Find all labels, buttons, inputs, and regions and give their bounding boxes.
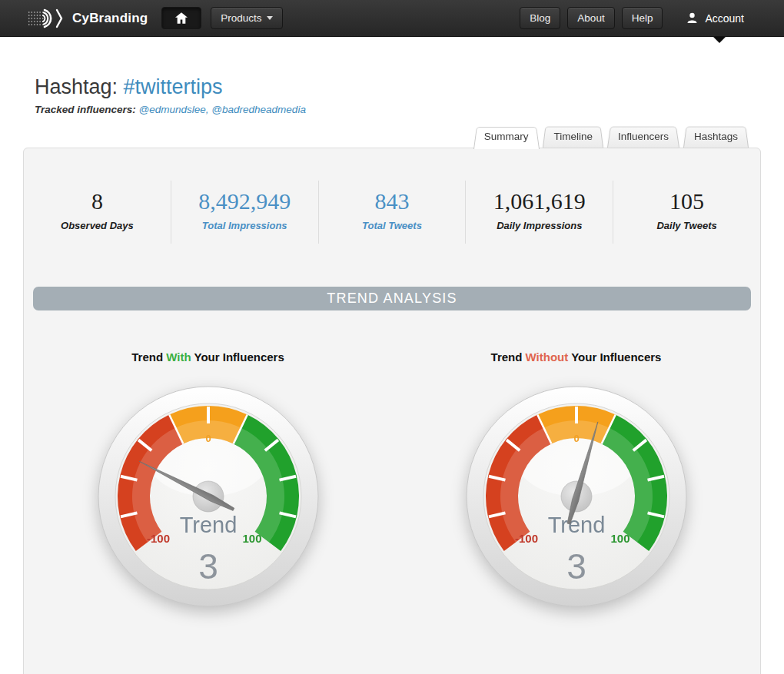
user-icon	[686, 12, 699, 25]
influencer-link[interactable]: @badredheadmedia	[211, 104, 306, 115]
tab-timeline[interactable]: Timeline	[543, 125, 603, 148]
products-label: Products	[221, 12, 261, 24]
gauge-label: Trend	[547, 513, 605, 537]
page-title: Hashtag: #twittertips	[35, 75, 784, 99]
brand-logo[interactable]: CyBranding	[26, 8, 148, 29]
gauge-title: Trend Without Your Influencers	[491, 350, 662, 364]
account-menu[interactable]: Account	[686, 12, 744, 25]
products-menu-button[interactable]: Products	[211, 7, 282, 29]
gauge-zero-label: 0	[573, 433, 579, 444]
blog-button[interactable]: Blog	[520, 7, 560, 29]
cybranding-logo-icon	[26, 8, 66, 29]
stats-row: 8 Observed Days 8,492,949 Total Impressi…	[24, 181, 760, 244]
gauge-without-influencers: Trend Without Your Influencers	[392, 350, 760, 608]
top-navbar: CyBranding Products Blog About Help Acco…	[0, 0, 784, 37]
gauge-value: 3	[566, 546, 586, 586]
stat-total-impressions: 8,492,949 Total Impressions	[171, 181, 318, 244]
gauge-min-label: -100	[514, 532, 537, 545]
tab-bar: Summary Timeline Influencers Hashtags	[0, 125, 784, 148]
trend-gauge: 0 Trend -100 100 3	[97, 385, 320, 608]
account-label: Account	[705, 12, 744, 25]
account-dropdown-caret-icon	[713, 37, 726, 43]
tab-hashtags[interactable]: Hashtags	[683, 125, 749, 148]
gauge-title: Trend With Your Influencers	[131, 350, 284, 364]
influencer-link[interactable]: @edmundslee	[139, 104, 206, 115]
tracked-influencers: Tracked influencers: @edmundslee, @badre…	[35, 104, 784, 115]
gauges-row: Trend With Your Influencers	[24, 350, 760, 608]
gauge-max-label: 100	[242, 532, 261, 545]
page-header: Hashtag: #twittertips Tracked influencer…	[35, 75, 784, 115]
stat-observed-days: 8 Observed Days	[24, 181, 171, 244]
about-button[interactable]: About	[567, 7, 614, 29]
tab-summary[interactable]: Summary	[473, 125, 540, 148]
home-icon	[175, 12, 188, 24]
tab-influencers[interactable]: Influencers	[607, 125, 679, 148]
summary-panel: 8 Observed Days 8,492,949 Total Impressi…	[23, 148, 761, 674]
stat-total-tweets: 843 Total Tweets	[318, 181, 466, 244]
help-button[interactable]: Help	[622, 7, 663, 29]
trend-gauge: 0 Trend -100 100 3	[465, 385, 688, 608]
hashtag-link[interactable]: #twittertips	[124, 75, 223, 98]
brand-name: CyBranding	[72, 11, 148, 26]
trend-analysis-header: TREND ANALYSIS	[33, 287, 751, 310]
chevron-down-icon	[267, 16, 273, 20]
stat-daily-impressions: 1,061,619 Daily Impressions	[465, 181, 613, 244]
gauge-min-label: -100	[146, 532, 169, 545]
gauge-zero-label: 0	[205, 433, 211, 444]
gauge-max-label: 100	[610, 532, 630, 545]
home-button[interactable]	[161, 7, 201, 29]
gauge-value: 3	[198, 546, 218, 586]
gauge-label: Trend	[179, 513, 237, 537]
gauge-with-influencers: Trend With Your Influencers	[24, 350, 392, 608]
stat-daily-tweets: 105 Daily Tweets	[613, 181, 760, 244]
